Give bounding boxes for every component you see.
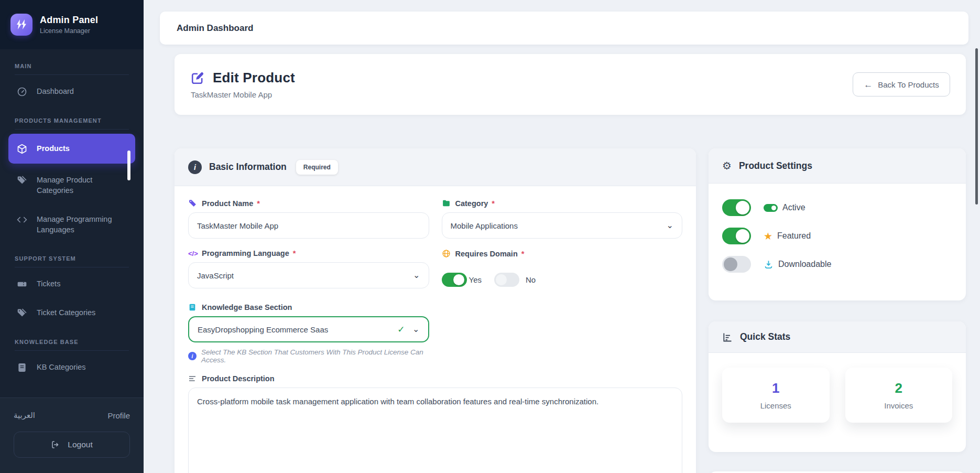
sidebar-item-label: Manage Programming Languages (37, 214, 127, 235)
back-to-products-button[interactable]: ← Back To Products (853, 72, 950, 96)
download-icon (764, 260, 774, 270)
basic-information-body: Product Name * (175, 186, 696, 473)
requires-domain-label: Requires Domain (455, 250, 518, 258)
sidebar-item-label: KB Categories (37, 362, 86, 372)
tag-icon (17, 308, 27, 318)
category-label: Category (455, 199, 488, 208)
sidebar-scrollbar-thumb[interactable] (127, 150, 130, 180)
required-badge: Required (296, 160, 338, 175)
product-settings-card: ⚙ Product Settings Active ★ Featured (709, 148, 966, 300)
quick-stats-card: Quick Stats 1 Licenses 2 Invoices (709, 321, 966, 452)
cube-icon (17, 144, 27, 154)
gear-icon: ⚙ (722, 160, 732, 171)
kb-section-help-text: Select The KB Section That Customers Wit… (201, 348, 429, 364)
invoices-stat-tile[interactable]: 2 Invoices (845, 368, 953, 423)
description-label: Product Description (202, 374, 275, 383)
licenses-label: Licenses (760, 401, 791, 410)
requires-domain-no-toggle[interactable] (494, 273, 519, 287)
sidebar-item-label: Products (37, 143, 70, 154)
kb-section-select[interactable]: EasyDropshopping Ecommerce Saas ✓ ⌄ (188, 316, 429, 342)
basic-information-header: i Basic Information Required (175, 148, 696, 186)
invoices-label: Invoices (884, 401, 913, 410)
chevron-down-icon: ⌄ (413, 271, 420, 280)
requires-domain-field: Requires Domain * Yes No (442, 249, 683, 293)
product-settings-header: ⚙ Product Settings (709, 148, 966, 184)
product-settings-title: Product Settings (739, 160, 812, 171)
kb-section-field: Knowledge Base Section EasyDropshopping … (188, 303, 429, 364)
main-area: Admin Dashboard Edit Product TaskMaster … (144, 0, 980, 473)
required-asterisk: * (521, 250, 525, 258)
quick-stats-body: 1 Licenses 2 Invoices (709, 353, 966, 452)
featured-toggle[interactable] (722, 228, 751, 244)
kb-section-selected-value: EasyDropshopping Ecommerce Saas (198, 325, 328, 334)
featured-setting-row: ★ Featured (722, 228, 952, 244)
quick-stats-header: Quick Stats (709, 321, 966, 353)
check-icon: ✓ (397, 324, 405, 335)
page-title: Edit Product (213, 70, 295, 86)
basic-information-title: Basic Information (209, 162, 287, 173)
licenses-stat-tile[interactable]: 1 Licenses (722, 368, 830, 423)
product-name-input[interactable] (188, 212, 429, 239)
folder-icon (442, 199, 451, 208)
invoices-count: 2 (895, 380, 902, 396)
profile-link[interactable]: Profile (107, 411, 130, 420)
active-toggle-label: Active (782, 203, 805, 212)
app-root: Admin Panel License Manager MAIN Dashboa… (0, 0, 980, 473)
programming-language-field: </> Programming Language * JavaScript ⌄ (188, 249, 429, 293)
required-asterisk: * (492, 199, 495, 208)
downloadable-toggle[interactable] (722, 256, 751, 273)
book-icon (17, 362, 27, 373)
active-setting-row: Active (722, 199, 952, 216)
logout-button[interactable]: Logout (14, 432, 130, 458)
category-field: Category * Mobile Applications ⌄ (442, 199, 683, 239)
language-switch-link[interactable]: العربية (14, 411, 35, 420)
sidebar-item-tickets[interactable]: Tickets (8, 272, 135, 296)
featured-toggle-label: Featured (777, 231, 811, 241)
sidebar-item-kb-categories[interactable]: KB Categories (8, 355, 135, 380)
edit-pen-square-icon (190, 71, 205, 85)
description-textarea[interactable]: Cross-platform mobile task management ap… (188, 388, 682, 473)
bar-chart-icon (722, 332, 733, 342)
globe-icon (442, 249, 451, 258)
requires-domain-yes-toggle[interactable] (442, 273, 467, 287)
quick-stats-title: Quick Stats (740, 331, 790, 342)
downloadable-toggle-label: Downloadable (778, 260, 831, 269)
back-button-label: Back To Products (878, 80, 939, 89)
product-name-field: Product Name * (188, 199, 429, 239)
logout-icon (51, 440, 60, 449)
category-select[interactable]: Mobile Applications ⌄ (442, 212, 683, 239)
info-circle-icon: i (188, 160, 202, 174)
programming-language-select[interactable]: JavaScript ⌄ (188, 262, 429, 288)
align-left-icon (188, 374, 197, 383)
sidebar-item-products[interactable]: Products (8, 134, 135, 164)
brand-text: Admin Panel License Manager (40, 15, 98, 35)
sidebar-item-ticket-categories[interactable]: Ticket Categories (8, 300, 135, 325)
downloadable-setting-row: Downloadable (722, 256, 952, 273)
brand-title: Admin Panel (40, 15, 98, 26)
product-name-label: Product Name (202, 199, 253, 208)
window-scrollbar-thumb[interactable] (975, 48, 978, 205)
requires-domain-no-label[interactable]: No (526, 275, 536, 284)
requires-domain-yes-label[interactable]: Yes (469, 275, 482, 284)
toggle-on-icon (764, 204, 778, 212)
sidebar-item-manage-product-categories[interactable]: Manage Product Categories (8, 168, 135, 203)
info-icon: i (188, 352, 197, 360)
required-asterisk: * (293, 249, 296, 257)
arrow-left-icon: ← (864, 80, 873, 89)
description-field: Product Description Cross-platform mobil… (188, 374, 682, 473)
code-icon (17, 214, 27, 225)
basic-information-card: i Basic Information Required (175, 148, 696, 473)
sidebar-item-manage-programming-languages[interactable]: Manage Programming Languages (8, 207, 135, 242)
content-row: i Basic Information Required (175, 148, 966, 473)
sidebar-nav: MAIN Dashboard PRODUCTS MANAGEMENT P (0, 49, 144, 380)
programming-language-label: Programming Language (202, 249, 289, 257)
product-settings-body: Active ★ Featured (709, 184, 966, 291)
licenses-count: 1 (772, 380, 779, 396)
chevron-down-icon: ⌄ (667, 221, 673, 230)
sidebar-item-dashboard[interactable]: Dashboard (8, 79, 135, 104)
section-divider (15, 267, 129, 267)
sidebar-footer: العربية Profile Logout (0, 397, 144, 473)
section-label-main: MAIN (15, 63, 129, 69)
category-selected-value: Mobile Applications (451, 221, 518, 230)
active-toggle[interactable] (722, 199, 751, 216)
